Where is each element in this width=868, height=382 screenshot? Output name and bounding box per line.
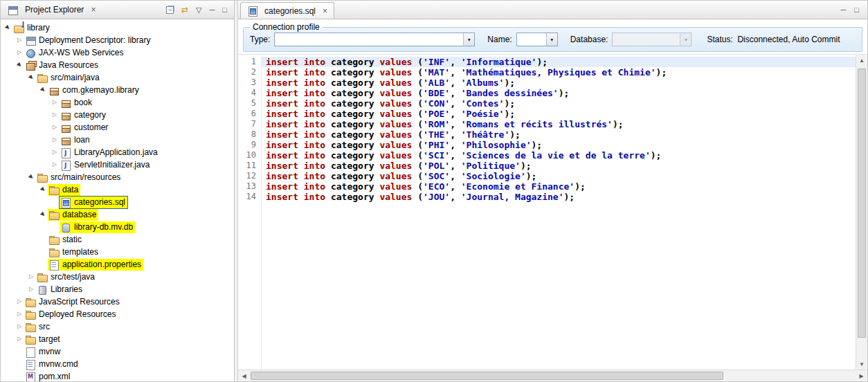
- tree-item-jax-ws-web-services[interactable]: ▷JAX-WS Web Services: [1, 46, 234, 59]
- scroll-up-icon[interactable]: ▲: [856, 55, 867, 66]
- scroll-left-icon[interactable]: ◀: [238, 373, 250, 379]
- maximize-icon[interactable]: □: [222, 6, 227, 14]
- tree-item-database[interactable]: ▶database: [1, 208, 234, 221]
- expand-arrow-icon[interactable]: ▷: [15, 37, 24, 43]
- sql-punct: (: [412, 88, 423, 98]
- code-line[interactable]: insert into category values ('SOC', 'Soc…: [262, 171, 856, 181]
- tree-item-java-resources[interactable]: ▶Java Resources: [1, 59, 234, 71]
- minimize-icon[interactable]: ─: [841, 6, 847, 14]
- expand-arrow-icon[interactable]: ▷: [15, 336, 24, 342]
- name-combo[interactable]: ▾: [516, 33, 558, 46]
- expand-arrow-icon[interactable]: ▷: [50, 162, 60, 167]
- horizontal-scroll-track[interactable]: [250, 370, 856, 381]
- tree-item-src-test-java[interactable]: ▷src/test/java: [1, 271, 234, 283]
- tree-item-src-main-resources[interactable]: ▶src/main/resources: [1, 171, 234, 183]
- expand-arrow-icon[interactable]: ▷: [50, 149, 60, 155]
- horizontal-scroll-thumb[interactable]: [251, 372, 723, 380]
- chevron-down-icon[interactable]: ▾: [546, 33, 557, 46]
- expand-arrow-icon[interactable]: ▷: [50, 137, 60, 143]
- scroll-right-icon[interactable]: ▶: [856, 373, 867, 379]
- code-line[interactable]: insert into category values ('JOU', 'Jou…: [262, 192, 856, 202]
- expand-arrow-icon[interactable]: ▷: [50, 112, 60, 118]
- expand-arrow-icon[interactable]: ▷: [50, 125, 60, 130]
- code-line[interactable]: insert into category values ('POE', 'Poé…: [262, 109, 856, 119]
- connection-strip: Connection profile Type: ▾ Name: ▾ Datab…: [238, 19, 867, 54]
- code-line[interactable]: insert into category values ('INF', 'Inf…: [262, 57, 856, 67]
- horizontal-scrollbar[interactable]: ◀ ▶: [238, 370, 867, 381]
- code-line[interactable]: insert into category values ('ECO', 'Eco…: [262, 181, 856, 192]
- tree-item-pom-xml[interactable]: pom.xml: [1, 370, 234, 381]
- tree-item-deployment-descriptor-library[interactable]: ▷Deployment Descriptor: library: [1, 34, 234, 46]
- code-line[interactable]: insert into category values ('THE', 'Thé…: [262, 129, 856, 140]
- collapse-arrow-icon[interactable]: ▶: [37, 84, 48, 96]
- code-line[interactable]: insert into category values ('CON', 'Con…: [262, 98, 856, 109]
- sql-code[interactable]: insert into category values ('INF', 'Inf…: [262, 55, 856, 370]
- code-line[interactable]: insert into category values ('MAT', 'Mat…: [262, 67, 856, 78]
- close-icon[interactable]: ×: [323, 6, 327, 16]
- tree-item-mvnw[interactable]: mvnw: [1, 345, 234, 358]
- tree-item-library[interactable]: ▶library: [1, 21, 234, 34]
- tree-item-src[interactable]: ▷src: [1, 320, 234, 333]
- tree-item-loan[interactable]: ▷loan: [1, 134, 234, 146]
- vertical-scrollbar[interactable]: ▲ ▼: [856, 55, 867, 370]
- line-number: 7: [238, 119, 256, 129]
- sql-keyword: values: [379, 57, 412, 67]
- tree-item-mvnw-cmd[interactable]: mvnw.cmd: [1, 358, 234, 370]
- tree-item-libraries[interactable]: ▷Libraries: [1, 283, 234, 295]
- type-combo[interactable]: ▾: [274, 33, 475, 46]
- tree-item-customer[interactable]: ▷customer: [1, 121, 234, 134]
- collapse-arrow-icon[interactable]: ▶: [26, 72, 37, 83]
- project-explorer-tab[interactable]: Project Explorer ×: [3, 1, 100, 19]
- tree-item-category[interactable]: ▷category: [1, 109, 234, 121]
- tree-item-labelbox: library: [12, 22, 52, 34]
- tree-item-label: application.properties: [62, 260, 141, 269]
- expand-arrow-icon[interactable]: ▷: [15, 50, 24, 55]
- tree-item-libraryapplication-java[interactable]: ▷LibraryApplication.java: [1, 146, 234, 158]
- collapse-arrow-icon[interactable]: ▶: [14, 60, 25, 71]
- sql-punct: (: [412, 129, 423, 140]
- view-menu-icon[interactable]: ▽: [196, 6, 201, 14]
- tree-item-src-main-java[interactable]: ▶src/main/java: [1, 71, 234, 84]
- editor-tab-categories-sql[interactable]: categories.sql ×: [240, 2, 334, 19]
- collapse-all-icon[interactable]: −: [166, 6, 174, 14]
- tree-item-target[interactable]: ▷target: [1, 333, 234, 345]
- tree-item-com-gkemayo-library[interactable]: ▶com.gkemayo.library: [1, 84, 234, 96]
- code-line[interactable]: insert into category values ('ALB', 'Alb…: [262, 78, 856, 88]
- expand-arrow-icon[interactable]: ▷: [15, 324, 24, 329]
- collapse-arrow-icon[interactable]: ▶: [37, 184, 48, 195]
- code-line[interactable]: insert into category values ('ROM', 'Rom…: [262, 119, 856, 129]
- close-icon[interactable]: ×: [91, 5, 96, 15]
- tree-item-library-db-mv-db[interactable]: library-db.mv.db: [1, 221, 234, 233]
- scroll-down-icon[interactable]: ▼: [856, 358, 867, 370]
- tree-item-categories-sql[interactable]: categories.sql: [1, 196, 234, 208]
- code-line[interactable]: insert into category values ('POL', 'Pol…: [262, 161, 856, 171]
- code-line[interactable]: insert into category values ('PHI', 'Phi…: [262, 140, 856, 150]
- collapse-arrow-icon[interactable]: ▶: [2, 22, 13, 33]
- code-line[interactable]: insert into category values ('BDE', 'Ban…: [262, 88, 856, 98]
- tree-item-application-properties[interactable]: application.properties: [1, 258, 234, 271]
- sql-table-name: category: [325, 140, 379, 150]
- tree-item-servletinitializer-java[interactable]: ▷ServletInitializer.java: [1, 158, 234, 171]
- tree-item-label: categories.sql: [74, 197, 125, 207]
- tree-item-static[interactable]: static: [1, 233, 234, 246]
- expand-arrow-icon[interactable]: ▷: [50, 100, 60, 105]
- minimize-icon[interactable]: ─: [210, 6, 215, 14]
- code-line[interactable]: insert into category values ('SCI', 'Sci…: [262, 150, 856, 161]
- tree-item-deployed-resources[interactable]: ▷Deployed Resources: [1, 308, 234, 320]
- expand-arrow-icon[interactable]: ▷: [26, 286, 36, 292]
- tree-item-labelbox: target: [24, 334, 62, 345]
- tree-item-javascript-resources[interactable]: ▷JavaScript Resources: [1, 295, 234, 308]
- expand-arrow-icon[interactable]: ▷: [26, 274, 36, 280]
- collapse-arrow-icon[interactable]: ▶: [37, 209, 48, 220]
- tree-item-templates[interactable]: templates: [1, 246, 234, 258]
- vertical-scroll-track[interactable]: [856, 66, 867, 358]
- chevron-down-icon[interactable]: ▾: [463, 33, 474, 46]
- link-with-editor-icon[interactable]: ⇄: [181, 6, 188, 14]
- maximize-icon[interactable]: □: [854, 6, 859, 14]
- vertical-scroll-thumb[interactable]: [858, 69, 866, 338]
- tree-item-book[interactable]: ▷book: [1, 96, 234, 109]
- collapse-arrow-icon[interactable]: ▶: [26, 172, 37, 183]
- expand-arrow-icon[interactable]: ▷: [15, 311, 24, 317]
- expand-arrow-icon[interactable]: ▷: [15, 299, 24, 304]
- tree-item-data[interactable]: ▶data: [1, 183, 234, 196]
